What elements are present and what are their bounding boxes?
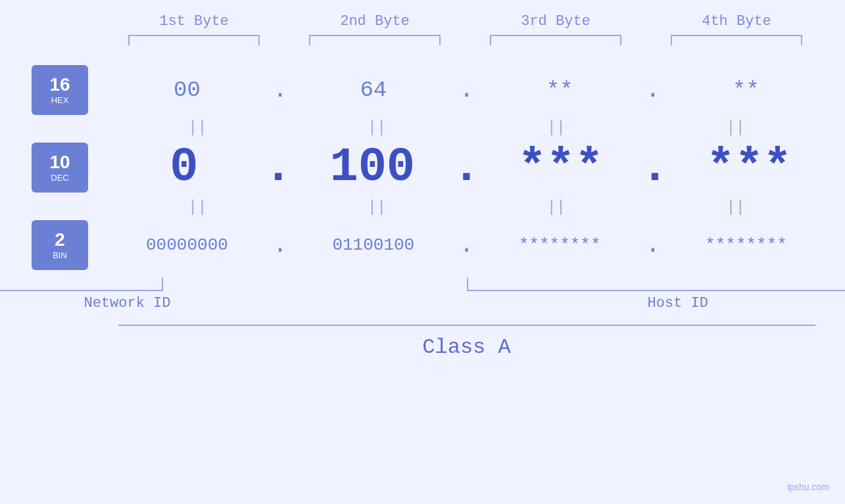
bin-byte-2: 01100100: [301, 235, 446, 255]
id-label-gap: [210, 295, 467, 311]
equals-row-2: || || || ||: [0, 198, 845, 216]
dec-dot-1: .: [264, 141, 292, 195]
dec-number: 10: [49, 153, 70, 172]
dec-byte-2: 100: [300, 141, 445, 195]
dec-dot-2: .: [452, 141, 481, 195]
dec-dot-3: .: [640, 141, 669, 195]
hex-dot-2: .: [460, 77, 474, 104]
hex-bytes: 00 . 64 . ** . **: [88, 77, 845, 104]
class-line: [118, 325, 815, 326]
bin-bytes: 00000000 . 01100100 . ******** . *******…: [88, 232, 845, 259]
class-area: Class A: [118, 325, 815, 359]
bin-byte-4: ********: [674, 235, 819, 255]
hex-byte-3: **: [487, 78, 632, 103]
dec-label-box: 10 DEC: [32, 143, 88, 193]
byte-header-3: 3rd Byte: [483, 13, 628, 30]
bracket-gap: [163, 278, 467, 291]
eq-2-1: ||: [125, 198, 270, 216]
dec-byte-1: 0: [112, 141, 256, 195]
dec-base: DEC: [51, 173, 68, 183]
id-labels: Network ID Host ID: [44, 295, 845, 311]
top-brackets: [104, 35, 827, 45]
bin-byte-3: ********: [487, 235, 632, 255]
hex-dot-3: .: [646, 77, 660, 104]
bracket-4: [671, 35, 802, 45]
network-id-label: Network ID: [44, 295, 210, 311]
dec-bytes: 0 . 100 . *** . ***: [88, 141, 845, 195]
hex-byte-4: **: [674, 78, 819, 103]
host-id-label: Host ID: [467, 295, 846, 311]
bracket-3: [490, 35, 621, 45]
hex-row: 16 HEX 00 . 64 . ** . **: [0, 65, 845, 115]
byte-header-2: 2nd Byte: [302, 13, 447, 30]
dec-byte-3: ***: [489, 141, 633, 195]
hex-label-box: 16 HEX: [32, 65, 88, 115]
bin-number: 2: [55, 231, 65, 249]
bin-dot-3: .: [646, 232, 660, 259]
network-id-bracket: [0, 278, 163, 291]
host-id-bracket: [467, 278, 846, 291]
hex-number: 16: [49, 76, 70, 94]
eq-2-2: ||: [304, 198, 449, 216]
hex-dot-1: .: [273, 77, 287, 104]
hex-byte-2: 64: [301, 78, 446, 103]
bin-dot-1: .: [273, 232, 287, 259]
watermark: ipshu.com: [787, 482, 829, 492]
eq-1-3: ||: [484, 119, 629, 137]
main-container: 1st Byte 2nd Byte 3rd Byte 4th Byte 16 H…: [0, 0, 845, 504]
hex-base: HEX: [51, 95, 69, 105]
bin-base: BIN: [53, 250, 67, 260]
bottom-brackets: [0, 278, 845, 291]
byte-headers-row: 1st Byte 2nd Byte 3rd Byte 4th Byte: [104, 13, 827, 30]
bin-dot-2: .: [460, 232, 474, 259]
byte-header-4: 4th Byte: [664, 13, 809, 30]
bin-label-box: 2 BIN: [32, 220, 88, 270]
equals-row-1: || || || ||: [0, 119, 845, 137]
eq-2-3: ||: [484, 198, 629, 216]
eq-1-1: ||: [125, 119, 270, 137]
eq-signs-2: || || || ||: [88, 198, 845, 216]
hex-byte-1: 00: [114, 78, 259, 103]
byte-header-1: 1st Byte: [122, 13, 266, 30]
class-label: Class A: [118, 335, 815, 359]
bin-byte-1: 00000000: [114, 235, 259, 255]
eq-signs-1: || || || ||: [88, 119, 845, 137]
bracket-1: [128, 35, 260, 45]
bracket-2: [309, 35, 441, 45]
bin-row: 2 BIN 00000000 . 01100100 . ******** . *…: [0, 220, 845, 270]
dec-byte-4: ***: [677, 141, 821, 195]
eq-2-4: ||: [664, 198, 808, 216]
eq-1-2: ||: [304, 119, 449, 137]
dec-row: 10 DEC 0 . 100 . *** . ***: [0, 141, 845, 195]
eq-1-4: ||: [664, 119, 808, 137]
